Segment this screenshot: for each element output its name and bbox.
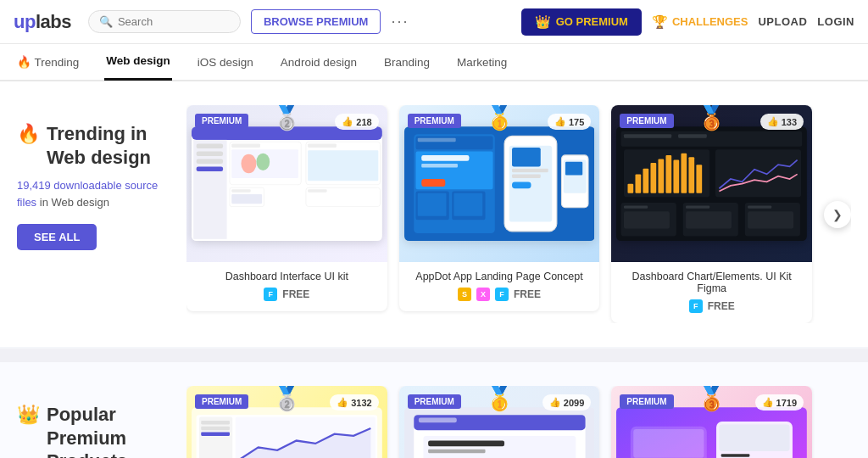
figma-icon2: F <box>495 288 509 301</box>
pcard2-premium-badge: PREMIUM <box>408 394 461 409</box>
svg-rect-106 <box>720 424 790 450</box>
card-appdot: 🥇 <box>399 105 600 311</box>
card1-meta: F FREE <box>197 288 377 301</box>
svg-rect-61 <box>624 211 670 228</box>
svg-rect-101 <box>634 429 704 458</box>
svg-rect-107 <box>721 454 750 456</box>
pcard2-likes: 👍 2099 <box>542 394 591 411</box>
medal-portfolio: 🥉 <box>697 386 726 412</box>
crown-emoji: 👑 <box>17 403 40 427</box>
trending-title-text: Trending in Web design <box>47 122 170 169</box>
trending-next-arrow[interactable]: ❯ <box>824 201 851 228</box>
subnav-item-branding[interactable]: Branding <box>382 43 431 81</box>
browse-premium-button[interactable]: BROWSE PREMIUM <box>251 9 381 34</box>
popular-title: 👑 Popular Premium Products <box>17 403 170 458</box>
svg-rect-13 <box>231 189 250 192</box>
svg-rect-16 <box>308 143 337 147</box>
fire-emoji: 🔥 <box>17 122 40 146</box>
card2-price: FREE <box>514 288 541 300</box>
figma-icon3: F <box>689 299 703 313</box>
svg-rect-88 <box>428 440 504 446</box>
crown-icon: 👑 <box>535 14 551 30</box>
upload-button[interactable]: UPLOAD <box>758 15 807 28</box>
card3-meta: F FREE <box>621 299 802 313</box>
svg-rect-44 <box>678 134 707 137</box>
challenges-button[interactable]: 🏆 CHALLENGES <box>652 14 748 30</box>
card2-title: AppDot App Landing Page Concept <box>409 271 590 282</box>
card-dark-dashboard: 🥉 <box>611 105 812 323</box>
svg-rect-34 <box>512 148 541 166</box>
trending-section: 🔥 Trending in Web design 19,419 download… <box>0 81 868 347</box>
pcard3-likes: 👍 1719 <box>755 394 804 411</box>
thumbup-icon2: 👍 <box>554 116 566 127</box>
svg-rect-63 <box>686 211 732 228</box>
card1-premium-badge: PREMIUM <box>195 114 248 128</box>
card-portfolio: 🥉 <box>611 386 812 458</box>
svg-rect-51 <box>666 155 672 193</box>
trending-section-info: 🔥 Trending in Web design 19,419 download… <box>17 105 170 250</box>
svg-rect-65 <box>748 211 793 228</box>
card1-likes: 👍 218 <box>335 114 378 130</box>
go-premium-label: GO PREMIUM <box>556 15 628 28</box>
svg-rect-30 <box>417 193 446 216</box>
thumbup-icon3: 👍 <box>767 116 779 127</box>
svg-rect-71 <box>201 432 230 435</box>
svg-rect-48 <box>643 169 649 193</box>
svg-rect-64 <box>748 205 771 208</box>
svg-point-10 <box>241 154 256 173</box>
subnav-item-webdesign[interactable]: Web design <box>104 43 172 81</box>
challenges-label: CHALLENGES <box>672 15 748 28</box>
svg-rect-60 <box>624 205 648 208</box>
card-dark-image: 🥉 <box>611 105 812 262</box>
svg-rect-25 <box>421 155 469 161</box>
login-button[interactable]: LOGIN <box>817 15 854 28</box>
svg-rect-6 <box>197 166 223 171</box>
svg-rect-86 <box>418 417 456 422</box>
medal-saas: 🥇 <box>485 386 515 412</box>
svg-rect-4 <box>197 151 223 156</box>
svg-rect-26 <box>421 164 458 167</box>
popular-section-info: 👑 Popular Premium Products 7,386 curated… <box>17 386 170 458</box>
card2-likes: 👍 175 <box>548 114 591 130</box>
silver-medal-icon: 🥈 <box>272 105 302 131</box>
medal-analytics: 🥈 <box>272 386 302 412</box>
svg-rect-31 <box>453 193 482 216</box>
pcard1-premium-badge: PREMIUM <box>195 394 248 409</box>
svg-rect-56 <box>715 149 801 197</box>
trending-count-link[interactable]: 19,419 downloadable source files <box>17 179 158 209</box>
card3-likes: 👍 133 <box>760 114 804 130</box>
svg-rect-70 <box>201 427 230 430</box>
see-all-button[interactable]: SEE ALL <box>17 224 97 250</box>
main: 🔥 Trending in Web design 19,419 download… <box>0 81 868 458</box>
xd-icon: X <box>476 288 490 301</box>
subnav-item-marketing[interactable]: Marketing <box>455 43 509 81</box>
card-dashboard-ui-image: 🥈 <box>186 105 387 262</box>
pcard3-premium-badge: PREMIUM <box>620 394 673 409</box>
sketch-icon: S <box>458 288 471 301</box>
search-input[interactable] <box>118 15 220 28</box>
gold-medal-icon: 🥇 <box>485 105 515 131</box>
go-premium-button[interactable]: 👑 GO PREMIUM <box>521 8 642 36</box>
trending-title: 🔥 Trending in Web design <box>17 122 170 169</box>
bronze-medal-icon: 🥉 <box>697 105 726 131</box>
card-analytics: 🥈 <box>186 386 387 458</box>
svg-rect-35 <box>512 169 548 172</box>
more-button[interactable]: ··· <box>391 13 409 31</box>
svg-rect-19 <box>308 189 326 192</box>
fire-icon: 🔥 <box>17 55 31 69</box>
card-saas-image: 🥇 <box>399 386 600 458</box>
card-dashboard-ui: 🥈 <box>186 105 387 311</box>
subnav-item-iosdesign[interactable]: iOS design <box>196 43 255 81</box>
svg-rect-37 <box>512 182 531 188</box>
subnav: 🔥 Trending Web design iOS design Android… <box>0 44 868 81</box>
card3-info: Dashboard Chart/Elements. UI Kit Figma F… <box>611 262 812 323</box>
popular-cards-row: 🥈 <box>186 386 851 458</box>
logo[interactable]: uplabs <box>14 11 71 33</box>
trophy-icon: 🏆 <box>652 14 668 30</box>
svg-rect-42 <box>621 131 803 147</box>
card3-price: FREE <box>708 300 735 312</box>
svg-point-11 <box>256 154 270 170</box>
subnav-item-androiddesign[interactable]: Android design <box>279 43 359 81</box>
card2-meta: S X F FREE <box>409 288 590 301</box>
subnav-item-trending[interactable]: 🔥 Trending <box>15 43 81 81</box>
